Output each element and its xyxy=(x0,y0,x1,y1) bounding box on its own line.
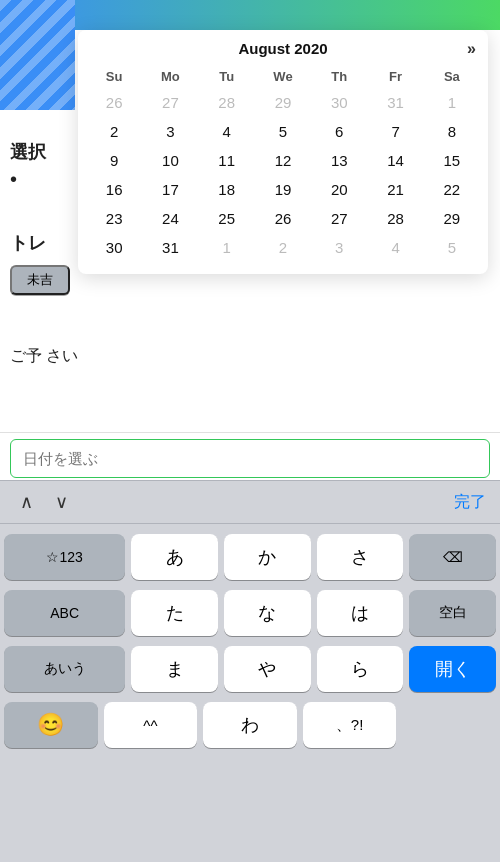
calendar-day-cell[interactable]: 14 xyxy=(367,146,423,175)
key-a[interactable]: あ xyxy=(131,534,218,580)
calendar-day-cell[interactable]: 28 xyxy=(199,88,255,117)
calendar-day-cell[interactable]: 18 xyxy=(199,175,255,204)
calendar-day-cell[interactable]: 2 xyxy=(255,233,311,262)
calendar-week-row: 303112345 xyxy=(86,233,480,262)
calendar-next-button[interactable]: » xyxy=(467,40,476,58)
calendar-day-header: We xyxy=(255,65,311,88)
calendar-day-cell[interactable]: 12 xyxy=(255,146,311,175)
key-emoji[interactable]: 😊 xyxy=(4,702,98,748)
key-delete[interactable]: ⌫ xyxy=(409,534,496,580)
calendar-day-cell[interactable]: 22 xyxy=(424,175,480,204)
key-symbols[interactable]: ☆123 xyxy=(4,534,125,580)
calendar-day-cell[interactable]: 27 xyxy=(311,204,367,233)
calendar-day-cell[interactable]: 7 xyxy=(367,117,423,146)
calendar-popup: August 2020 » SuMoTuWeThFrSa 26272829303… xyxy=(78,30,488,274)
calendar-days-header: SuMoTuWeThFrSa xyxy=(86,65,480,88)
calendar-day-cell[interactable]: 31 xyxy=(367,88,423,117)
calendar-day-cell[interactable]: 24 xyxy=(142,204,198,233)
calendar-day-cell[interactable]: 3 xyxy=(311,233,367,262)
top-bar xyxy=(0,0,500,30)
calendar-day-cell[interactable]: 9 xyxy=(86,146,142,175)
calendar-grid: SuMoTuWeThFrSa 2627282930311234567891011… xyxy=(86,65,480,262)
left-dot: • xyxy=(10,168,78,191)
calendar-day-cell[interactable]: 11 xyxy=(199,146,255,175)
calendar-header: August 2020 » xyxy=(86,40,480,57)
calendar-day-cell[interactable]: 10 xyxy=(142,146,198,175)
calendar-day-header: Su xyxy=(86,65,142,88)
calendar-week-row: 16171819202122 xyxy=(86,175,480,204)
calendar-day-cell[interactable]: 29 xyxy=(424,204,480,233)
keyboard-toolbar: ∧ ∨ 完了 xyxy=(0,480,500,524)
calendar-day-cell[interactable]: 17 xyxy=(142,175,198,204)
left-label2: トレ xyxy=(10,231,78,255)
calendar-week-row: 23242526272829 xyxy=(86,204,480,233)
calendar-day-cell[interactable]: 28 xyxy=(367,204,423,233)
calendar-day-cell[interactable]: 31 xyxy=(142,233,198,262)
date-input-row xyxy=(0,432,500,484)
key-hiragana[interactable]: あいう xyxy=(4,646,125,692)
key-ra[interactable]: ら xyxy=(317,646,404,692)
key-na[interactable]: な xyxy=(224,590,311,636)
calendar-title: August 2020 xyxy=(238,40,327,57)
calendar-day-cell[interactable]: 5 xyxy=(424,233,480,262)
toolbar-down-arrow[interactable]: ∨ xyxy=(49,489,74,515)
key-abc[interactable]: ABC xyxy=(4,590,125,636)
calendar-week-row: 2627282930311 xyxy=(86,88,480,117)
calendar-day-header: Tu xyxy=(199,65,255,88)
calendar-day-cell[interactable]: 1 xyxy=(199,233,255,262)
keyboard-row-1: ☆123 あ か さ ⌫ xyxy=(4,534,496,580)
calendar-day-cell[interactable]: 26 xyxy=(255,204,311,233)
calendar-day-header: Th xyxy=(311,65,367,88)
key-wa[interactable]: わ xyxy=(203,702,297,748)
calendar-day-cell[interactable]: 30 xyxy=(86,233,142,262)
toolbar-up-arrow[interactable]: ∧ xyxy=(14,489,39,515)
key-ma[interactable]: ま xyxy=(131,646,218,692)
calendar-day-cell[interactable]: 5 xyxy=(255,117,311,146)
calendar-day-cell[interactable]: 4 xyxy=(199,117,255,146)
keyboard-rows: ☆123 あ か さ ⌫ ABC た な は 空白 あいう ま や ら 開く 😊… xyxy=(0,534,500,748)
key-open-1[interactable]: 開く xyxy=(409,646,496,692)
calendar-day-cell[interactable]: 19 xyxy=(255,175,311,204)
key-ka[interactable]: か xyxy=(224,534,311,580)
left-label1: 選択 xyxy=(10,140,78,164)
calendar-day-cell[interactable]: 23 xyxy=(86,204,142,233)
key-punctuation[interactable]: 、?! xyxy=(303,702,397,748)
calendar-day-cell[interactable]: 3 xyxy=(142,117,198,146)
delete-icon: ⌫ xyxy=(443,549,463,565)
toolbar-arrows: ∧ ∨ xyxy=(14,489,74,515)
key-ta[interactable]: た xyxy=(131,590,218,636)
calendar-day-cell[interactable]: 1 xyxy=(424,88,480,117)
calendar-week-row: 9101112131415 xyxy=(86,146,480,175)
calendar-day-cell[interactable]: 8 xyxy=(424,117,480,146)
calendar-day-header: Mo xyxy=(142,65,198,88)
keyboard-background: ☆123 あ か さ ⌫ ABC た な は 空白 あいう ま や ら 開く 😊… xyxy=(0,524,500,862)
calendar-day-cell[interactable]: 6 xyxy=(311,117,367,146)
calendar-day-header: Fr xyxy=(367,65,423,88)
calendar-day-header: Sa xyxy=(424,65,480,88)
key-caret[interactable]: ^^ xyxy=(104,702,198,748)
unki-button[interactable]: 未吉 xyxy=(10,265,70,295)
calendar-day-cell[interactable]: 16 xyxy=(86,175,142,204)
keyboard-row-4: 😊 ^^ わ 、?! 開く xyxy=(4,702,496,748)
calendar-day-cell[interactable]: 25 xyxy=(199,204,255,233)
calendar-day-cell[interactable]: 15 xyxy=(424,146,480,175)
blue-box-stripe xyxy=(0,0,75,110)
calendar-day-cell[interactable]: 20 xyxy=(311,175,367,204)
key-sa[interactable]: さ xyxy=(317,534,404,580)
calendar-day-cell[interactable]: 21 xyxy=(367,175,423,204)
left-label3: ご予 さい xyxy=(10,345,78,367)
calendar-day-cell[interactable]: 26 xyxy=(86,88,142,117)
toolbar-done-button[interactable]: 完了 xyxy=(454,492,486,513)
calendar-day-cell[interactable]: 4 xyxy=(367,233,423,262)
key-ha[interactable]: は xyxy=(317,590,404,636)
calendar-body: 2627282930311234567891011121314151617181… xyxy=(86,88,480,262)
date-input[interactable] xyxy=(10,439,490,478)
calendar-day-cell[interactable]: 30 xyxy=(311,88,367,117)
calendar-day-cell[interactable]: 2 xyxy=(86,117,142,146)
calendar-day-cell[interactable]: 27 xyxy=(142,88,198,117)
calendar-day-cell[interactable]: 29 xyxy=(255,88,311,117)
calendar-day-cell[interactable]: 13 xyxy=(311,146,367,175)
calendar-week-row: 2345678 xyxy=(86,117,480,146)
key-ya[interactable]: や xyxy=(224,646,311,692)
key-space[interactable]: 空白 xyxy=(409,590,496,636)
